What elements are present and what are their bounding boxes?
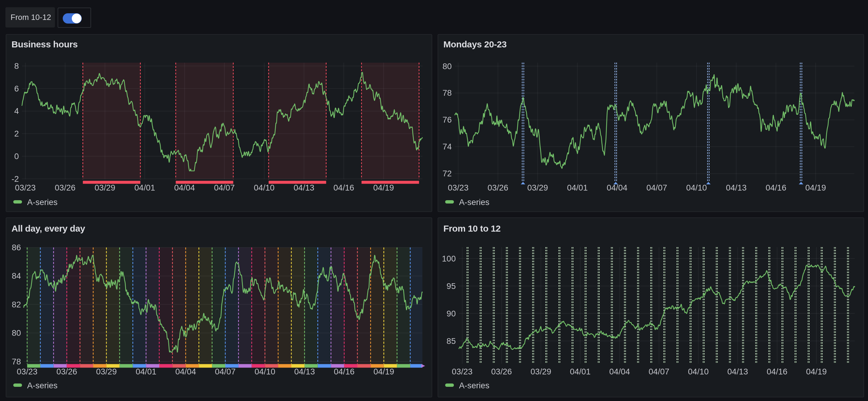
- svg-text:03/26: 03/26: [491, 367, 512, 376]
- svg-text:90: 90: [447, 309, 456, 318]
- svg-text:04/13: 04/13: [294, 183, 315, 192]
- svg-text:72: 72: [442, 169, 452, 178]
- svg-text:04/07: 04/07: [215, 367, 236, 376]
- svg-text:03/29: 03/29: [95, 183, 116, 192]
- svg-text:82: 82: [12, 300, 21, 309]
- svg-text:100: 100: [442, 254, 456, 263]
- svg-text:03/26: 03/26: [487, 183, 508, 192]
- svg-text:All day, every day: All day, every day: [11, 224, 85, 233]
- svg-text:04/10: 04/10: [254, 183, 275, 192]
- svg-text:Mondays 20-23: Mondays 20-23: [443, 39, 507, 49]
- svg-text:A-series: A-series: [27, 381, 58, 390]
- svg-text:04/07: 04/07: [649, 367, 670, 376]
- svg-text:04/01: 04/01: [567, 183, 588, 192]
- svg-text:04/10: 04/10: [254, 367, 275, 376]
- svg-text:85: 85: [447, 336, 456, 346]
- svg-text:03/26: 03/26: [55, 183, 76, 192]
- svg-text:03/23: 03/23: [17, 367, 38, 376]
- svg-text:04/19: 04/19: [806, 367, 827, 376]
- svg-text:04/16: 04/16: [334, 367, 355, 376]
- svg-text:95: 95: [447, 281, 456, 291]
- svg-text:04/04: 04/04: [174, 183, 195, 192]
- svg-text:04/10: 04/10: [686, 183, 707, 192]
- svg-text:03/23: 03/23: [452, 367, 473, 376]
- svg-text:04/13: 04/13: [726, 183, 747, 192]
- svg-text:04/19: 04/19: [373, 367, 394, 376]
- svg-text:8: 8: [14, 61, 19, 71]
- svg-text:A-series: A-series: [459, 381, 490, 390]
- svg-text:-2: -2: [11, 174, 19, 183]
- svg-text:78: 78: [12, 357, 21, 366]
- svg-text:04/01: 04/01: [134, 183, 155, 192]
- svg-text:0: 0: [14, 151, 19, 161]
- svg-text:04/13: 04/13: [727, 367, 748, 376]
- svg-text:03/29: 03/29: [96, 367, 117, 376]
- svg-text:78: 78: [442, 88, 452, 97]
- svg-text:04/01: 04/01: [570, 367, 591, 376]
- svg-text:04/13: 04/13: [294, 367, 315, 376]
- svg-text:80: 80: [12, 328, 21, 338]
- svg-text:03/29: 03/29: [527, 183, 548, 192]
- svg-text:04/01: 04/01: [136, 367, 157, 376]
- svg-text:04/19: 04/19: [373, 183, 394, 192]
- svg-text:76: 76: [442, 115, 452, 124]
- svg-text:03/23: 03/23: [15, 183, 36, 192]
- svg-text:04/07: 04/07: [214, 183, 235, 192]
- svg-text:04/04: 04/04: [175, 367, 196, 376]
- svg-text:A-series: A-series: [27, 198, 58, 207]
- svg-text:6: 6: [14, 84, 19, 93]
- svg-text:From 10 to 12: From 10 to 12: [443, 224, 501, 233]
- svg-text:04/16: 04/16: [334, 183, 354, 192]
- svg-text:04/07: 04/07: [646, 183, 667, 192]
- svg-text:04/16: 04/16: [766, 183, 786, 192]
- svg-text:03/26: 03/26: [56, 367, 77, 376]
- svg-text:Business hours: Business hours: [11, 39, 78, 49]
- svg-text:04/04: 04/04: [607, 183, 628, 192]
- svg-text:4: 4: [14, 106, 19, 116]
- svg-text:2: 2: [14, 129, 19, 138]
- svg-text:04/19: 04/19: [805, 183, 826, 192]
- svg-text:A-series: A-series: [459, 198, 490, 207]
- svg-text:03/23: 03/23: [448, 183, 469, 192]
- svg-text:84: 84: [12, 271, 21, 281]
- svg-text:04/10: 04/10: [688, 367, 709, 376]
- svg-text:86: 86: [12, 243, 21, 252]
- svg-text:04/16: 04/16: [767, 367, 787, 376]
- svg-text:04/04: 04/04: [609, 367, 630, 376]
- svg-text:74: 74: [442, 142, 452, 151]
- svg-text:80: 80: [442, 62, 452, 71]
- svg-text:03/29: 03/29: [530, 367, 551, 376]
